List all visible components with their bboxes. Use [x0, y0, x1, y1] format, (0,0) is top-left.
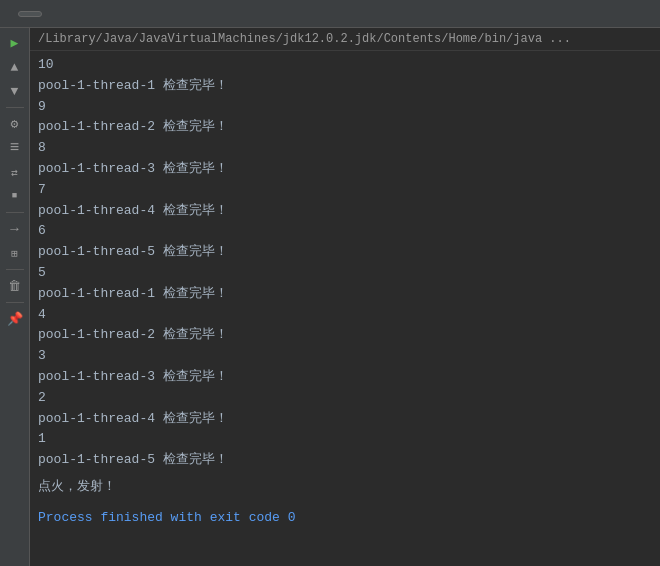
navigate-button[interactable]: → [4, 218, 26, 240]
output-line: Process finished with exit code 0 [38, 508, 652, 529]
output-line: pool-1-thread-3 检查完毕！ [38, 159, 652, 180]
settings-button[interactable]: ⚙ [4, 113, 26, 135]
divider-3 [6, 269, 24, 270]
output-line: 4 [38, 305, 652, 326]
output-line: pool-1-thread-4 检查完毕！ [38, 201, 652, 222]
divider-4 [6, 302, 24, 303]
output-line: pool-1-thread-5 检查完毕！ [38, 242, 652, 263]
output-line: 2 [38, 388, 652, 409]
output-line: 1 [38, 429, 652, 450]
stop-button[interactable]: ■ [4, 185, 26, 207]
clear-button[interactable]: 🗑 [4, 275, 26, 297]
divider-2 [6, 212, 24, 213]
list-button[interactable]: ≡ [4, 137, 26, 159]
output-line: pool-1-thread-1 检查完毕！ [38, 284, 652, 305]
output-line: 9 [38, 97, 652, 118]
run-button[interactable]: ▶ [4, 32, 26, 54]
output-line: 7 [38, 180, 652, 201]
divider-1 [6, 107, 24, 108]
output-line: pool-1-thread-1 检查完毕！ [38, 76, 652, 97]
layout-button[interactable]: ⊞ [4, 242, 26, 264]
main-area: ▶ ▲ ▼ ⚙ ≡ ⇄ ■ → ⊞ 🗑 📌 /Library/Java/Java… [0, 28, 660, 566]
output-panel: /Library/Java/JavaVirtualMachines/jdk12.… [30, 28, 660, 566]
tab-item[interactable] [18, 11, 42, 17]
output-line: 8 [38, 138, 652, 159]
output-line: 5 [38, 263, 652, 284]
tab-bar [0, 0, 660, 28]
sidebar: ▶ ▲ ▼ ⚙ ≡ ⇄ ■ → ⊞ 🗑 📌 [0, 28, 30, 566]
down-button[interactable]: ▼ [4, 80, 26, 102]
output-line: pool-1-thread-3 检查完毕！ [38, 367, 652, 388]
output-line: pool-1-thread-2 检查完毕！ [38, 325, 652, 346]
path-bar: /Library/Java/JavaVirtualMachines/jdk12.… [30, 28, 660, 51]
output-line: 点火，发射！ [38, 477, 652, 498]
output-line: 6 [38, 221, 652, 242]
rerun-button[interactable]: ⇄ [4, 161, 26, 183]
up-button[interactable]: ▲ [4, 56, 26, 78]
pin-button[interactable]: 📌 [4, 308, 26, 330]
output-line: 3 [38, 346, 652, 367]
output-line: pool-1-thread-5 检查完毕！ [38, 450, 652, 471]
output-area: 10pool-1-thread-1 检查完毕！9pool-1-thread-2 … [30, 51, 660, 533]
output-line [38, 498, 652, 504]
output-line: pool-1-thread-2 检查完毕！ [38, 117, 652, 138]
output-line: 10 [38, 55, 652, 76]
output-line: pool-1-thread-4 检查完毕！ [38, 409, 652, 430]
